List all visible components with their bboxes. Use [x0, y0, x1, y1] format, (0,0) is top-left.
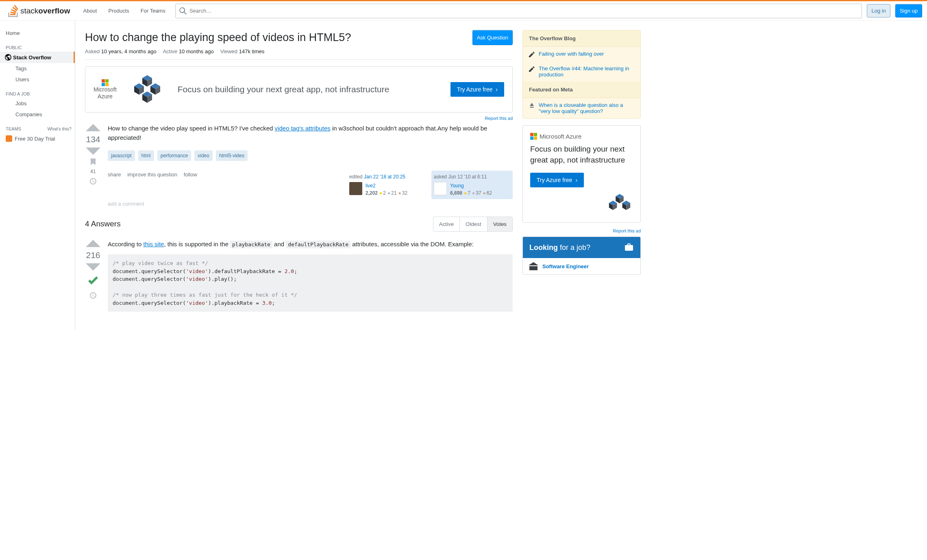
company-icon	[529, 262, 538, 270]
bookmark-count: 41	[90, 169, 96, 174]
main-content: How to change the playing speed of video…	[75, 20, 522, 330]
sidebar-tags[interactable]: Tags	[0, 63, 75, 74]
side-report-ad[interactable]: Report this ad	[613, 228, 641, 233]
teams-icon	[6, 135, 12, 142]
add-comment-link[interactable]: add a comment	[108, 201, 144, 207]
blog-item-1[interactable]: Failing over with falling over	[539, 51, 604, 57]
asker-name[interactable]: Young	[450, 183, 464, 189]
answer-body: According to this site, this is supporte…	[108, 240, 513, 312]
body-link[interactable]: video tag's attributes	[275, 125, 331, 132]
viewed-label: Viewed	[220, 48, 237, 54]
overflow-blog-box: The Overflow Blog Failing over with fall…	[522, 30, 641, 119]
code-block: /* play video twice as fast */ document.…	[108, 254, 513, 312]
asked-value: 10 years, 4 months ago	[101, 48, 157, 54]
asker-avatar[interactable]	[434, 182, 447, 195]
ask-question-button[interactable]: Ask Question	[472, 30, 513, 45]
jobs-head: Looking for a job?	[523, 237, 640, 258]
editor-avatar[interactable]	[349, 182, 362, 195]
logo[interactable]: stackoverflow	[5, 5, 73, 17]
question-body: How to change the video play speed in HT…	[108, 124, 513, 208]
microsoft-icon	[530, 133, 537, 140]
sort-tabs: Active Oldest Votes	[433, 217, 513, 232]
nav-about[interactable]: About	[78, 5, 102, 16]
jobs-box: Looking for a job? Software Engineer	[522, 237, 641, 275]
blog-heading: The Overflow Blog	[523, 30, 640, 47]
side-ad[interactable]: Microsoft Azure Focus on building your n…	[522, 125, 641, 223]
question-title: How to change the playing speed of video…	[85, 30, 466, 45]
answer-post: 216 According to this site, this is supp…	[85, 240, 513, 312]
signup-button[interactable]: Sign up	[895, 4, 922, 17]
code-defaultplaybackrate: defaultPlaybackRate	[286, 241, 350, 248]
meta-item-1[interactable]: When is a closeable question also a "ver…	[539, 102, 634, 114]
code-playbackrate: playbackRate	[230, 241, 272, 248]
meta-icon	[529, 103, 535, 109]
sidebar-home[interactable]: Home	[0, 30, 75, 39]
banner-brand: MicrosoftAzure	[94, 79, 117, 100]
sort-active[interactable]: Active	[433, 217, 459, 231]
downvote-button[interactable]	[86, 148, 100, 155]
answer-score: 216	[86, 250, 100, 260]
search-input[interactable]	[175, 4, 862, 18]
bookmark-icon[interactable]	[89, 158, 97, 165]
this-site-link[interactable]: this site	[144, 241, 164, 247]
job-item[interactable]: Software Engineer	[523, 258, 640, 274]
post-actions: share improve this question follow	[108, 171, 202, 179]
tag-html5-video[interactable]: html5-video	[216, 150, 248, 161]
asked-label: Asked	[85, 48, 100, 54]
accepted-check-icon	[86, 274, 100, 289]
editor-name[interactable]: live2	[366, 183, 376, 189]
question-post: 134 41 How to change the video play spee…	[85, 124, 513, 208]
chevron-right-icon: ›	[496, 86, 498, 93]
banner-cta[interactable]: Try Azure free›	[450, 82, 504, 97]
cubes-icon	[125, 73, 170, 106]
active-label: Active	[163, 48, 177, 54]
report-ad-link[interactable]: Report this ad	[485, 116, 513, 121]
topbar: stackoverflow About Products For Teams L…	[0, 0, 927, 20]
asker-rep: 6,69873762	[450, 189, 492, 197]
answer-vote-column: 216	[85, 240, 101, 312]
tag-html[interactable]: html	[138, 150, 154, 161]
sidebar-jobs[interactable]: Jobs	[0, 98, 75, 109]
answer-history-icon[interactable]	[89, 292, 97, 299]
viewed-value: 147k times	[239, 48, 265, 54]
side-ad-text: Focus on building your next great app, n…	[530, 144, 633, 165]
blog-item-2[interactable]: The Overflow #44: Machine learning in pr…	[539, 65, 634, 78]
whats-this-link[interactable]: What's this?	[47, 126, 72, 131]
follow-link[interactable]: follow	[184, 171, 197, 178]
edit-time[interactable]: Jan 22 '18 at 20:25	[364, 174, 405, 180]
ask-time: Jun 12 '10 at 6:11	[448, 174, 487, 180]
improve-link[interactable]: improve this question	[127, 171, 177, 178]
side-ad-cta[interactable]: Try Azure free›	[530, 173, 584, 187]
sidebar-stackoverflow[interactable]: Stack Overflow	[0, 52, 75, 63]
question-header: How to change the playing speed of video…	[85, 30, 513, 60]
answer-upvote[interactable]	[86, 240, 100, 247]
tag-performance[interactable]: performance	[157, 150, 191, 161]
sidebar-free-trial[interactable]: Free 30 Day Trial	[0, 133, 75, 144]
sort-votes[interactable]: Votes	[487, 217, 512, 231]
sidebar-heading-public: PUBLIC	[0, 39, 75, 52]
share-link[interactable]: share	[108, 171, 121, 178]
sidebar-companies[interactable]: Companies	[0, 109, 75, 120]
sidebar-users[interactable]: Users	[0, 74, 75, 85]
history-icon[interactable]	[89, 178, 97, 185]
upvote-button[interactable]	[86, 124, 100, 131]
nav-products[interactable]: Products	[103, 5, 134, 16]
side-ad-brand: Microsoft Azure	[530, 133, 633, 140]
answer-downvote[interactable]	[86, 263, 100, 271]
banner-ad[interactable]: MicrosoftAzure Focus on building your ne…	[85, 66, 513, 113]
nav-teams[interactable]: For Teams	[136, 5, 170, 16]
vote-score: 134	[86, 135, 100, 144]
chevron-right-icon: ›	[575, 177, 577, 183]
cubes-icon	[601, 191, 638, 220]
tag-video[interactable]: video	[194, 150, 213, 161]
editor-rep: 2,20222132	[366, 189, 407, 197]
job-title[interactable]: Software Engineer	[542, 263, 589, 269]
microsoft-icon	[102, 79, 109, 86]
tags-row: javascript html performance video html5-…	[108, 150, 513, 161]
tag-javascript[interactable]: javascript	[108, 150, 135, 161]
meta-heading: Featured on Meta	[523, 82, 640, 98]
sort-oldest[interactable]: Oldest	[459, 217, 487, 231]
login-button[interactable]: Log in	[867, 4, 890, 17]
top-nav: About Products For Teams	[78, 5, 170, 16]
sidebar-teams-row: TEAMS What's this?	[0, 120, 75, 133]
